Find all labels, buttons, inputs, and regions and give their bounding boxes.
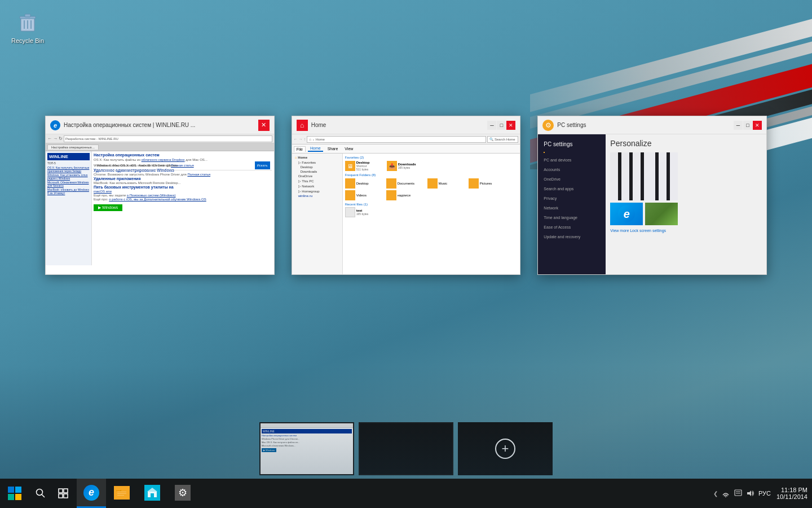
recycle-bin-label: Recycle Bin <box>11 37 44 44</box>
home-maximize-btn[interactable]: □ <box>497 121 506 130</box>
taskbar-explorer-app[interactable] <box>107 479 136 508</box>
pcs-item-ease[interactable]: Ease of Access <box>538 222 606 232</box>
ie-search-btn[interactable]: Искать <box>255 161 270 169</box>
fe-folder-надписи[interactable]: надписи <box>386 190 426 200</box>
action-center-icon[interactable] <box>734 489 743 498</box>
fe-tab-home[interactable]: Home <box>308 146 323 152</box>
svg-marker-19 <box>147 488 157 492</box>
pcs-minimize-btn[interactable]: ─ <box>734 121 743 130</box>
ie-window-close[interactable]: ✕ <box>258 120 270 131</box>
fe-nav-homegroup[interactable]: ▷ Homegroup <box>294 189 341 194</box>
pcs-item-accounts[interactable]: Accounts <box>538 165 606 174</box>
start-button[interactable] <box>0 479 29 508</box>
pcs-item-privacy[interactable]: Privacy <box>538 194 606 203</box>
explorer-taskbar-icon <box>114 486 130 500</box>
home-window-title: Home <box>311 122 484 128</box>
pcsettings-window-thumb[interactable]: ⚙ PC settings ─ □ ✕ PC settings PC and d… <box>537 116 767 275</box>
svg-point-6 <box>37 489 43 496</box>
fe-folder-documents[interactable]: Documents <box>386 178 426 189</box>
volume-tray-icon[interactable] <box>746 489 755 498</box>
pcs-ie-image[interactable]: e <box>610 203 643 225</box>
task-view-button[interactable] <box>52 479 74 508</box>
fe-nav-favorites[interactable]: ▷ Favorites <box>294 160 341 165</box>
language-indicator[interactable]: РУС <box>758 490 771 497</box>
fe-nav-winline[interactable]: winline.ru <box>294 194 341 198</box>
fe-folder-desktop[interactable]: Desktop <box>345 178 385 189</box>
ie-left-sidebar: WINLINE ТОП-5 OS X: Как получить бесплат… <box>46 151 92 265</box>
home-minimize-btn[interactable]: ─ <box>487 121 496 130</box>
fe-folder-music[interactable]: Music <box>427 178 467 189</box>
virtual-desktops-area: WINLINE Настройка операционных систем Wi… <box>259 422 553 475</box>
ie-address-bar[interactable]: Разработка систем - WINLINE.RU <box>64 135 272 142</box>
fe-folder-videos[interactable]: Videos <box>345 190 385 200</box>
taskbar-clock[interactable]: 11:18 PM 10/11/2014 <box>776 487 807 500</box>
fe-tab-share[interactable]: Share <box>325 146 341 151</box>
fe-folder-pictures[interactable]: Pictures <box>469 178 508 189</box>
pcs-close-btn[interactable]: ✕ <box>753 121 762 130</box>
fe-fav-item-2[interactable]: 📥 Downloads165 bytes <box>387 161 426 171</box>
home-close-btn[interactable]: ✕ <box>506 121 515 130</box>
fe-tab-file[interactable]: File <box>294 146 306 152</box>
fe-ribbon-tabs: File Home Share View <box>292 144 520 154</box>
pcs-maximize-btn[interactable]: □ <box>743 121 752 130</box>
pcs-lock-link[interactable]: View more Lock screen settings <box>610 229 762 233</box>
svg-rect-10 <box>59 494 63 498</box>
ie-tabs: Настройка операционных... <box>46 143 274 151</box>
taskbar-settings-app[interactable]: ⚙ <box>168 479 197 508</box>
vd2-content <box>360 423 452 474</box>
pcs-item-search[interactable]: Search and apps <box>538 184 606 194</box>
taskbar-store-app[interactable] <box>138 479 167 508</box>
taskbar: e <box>0 479 812 508</box>
fe-recent-item[interactable]: test165 bytes <box>345 207 518 217</box>
ie-window-thumb[interactable]: e Настройка операционных систем | WINLIN… <box>45 116 275 275</box>
network-tray-icon[interactable] <box>721 489 730 498</box>
virtual-desktop-2[interactable] <box>359 422 453 475</box>
ie-taskbar-icon: e <box>83 485 99 501</box>
pcsettings-window-header: ⚙ PC settings ─ □ ✕ <box>538 116 766 134</box>
fe-tab-view[interactable]: View <box>342 146 355 151</box>
taskbar-ie-app[interactable]: e <box>77 479 106 508</box>
pcs-nature-image[interactable] <box>645 203 678 225</box>
pcs-item-pc-devices[interactable]: PC and devices <box>538 155 606 165</box>
pcs-item-network[interactable]: Network <box>538 203 606 213</box>
pcs-item-onedrive[interactable]: OneDrive <box>538 174 606 184</box>
search-button[interactable] <box>29 479 52 508</box>
add-desktop-icon: + <box>495 439 515 459</box>
pcs-personalize-title: Personalize <box>610 139 762 148</box>
recycle-bin-icon[interactable]: Recycle Bin <box>8 6 47 47</box>
svg-rect-2 <box>25 14 30 17</box>
fe-recent-header: Recent files (1) <box>345 203 518 206</box>
taskbar-time: 11:18 PM <box>781 487 807 493</box>
svg-marker-25 <box>747 491 751 496</box>
virtual-desktop-add[interactable]: + <box>458 422 553 475</box>
virtual-desktop-1[interactable]: WINLINE Настройка операционных систем Wi… <box>259 422 354 475</box>
pcs-item-update[interactable]: Update and recovery <box>538 232 606 242</box>
pcs-item-time[interactable]: Time and language <box>538 213 606 222</box>
fe-nav-onedrive[interactable]: OneDrive <box>294 174 341 178</box>
ie-tab[interactable]: Настройка операционных... <box>47 144 99 150</box>
ie-cta-button[interactable]: ▶ Windows <box>94 204 122 211</box>
fe-search-box[interactable]: 🔍 Search Home <box>487 136 518 143</box>
fe-body: ⌂ Home ▷ Favorites Desktop Downloads One… <box>292 154 520 274</box>
fe-frequent-header: Frequent Folders (8) <box>345 173 518 177</box>
fe-nav-pane: ⌂ Home ▷ Favorites Desktop Downloads One… <box>292 154 343 274</box>
file-explorer: ← → ↑ ⌂›Home 🔍 Search Home <box>292 134 520 274</box>
svg-rect-15 <box>117 492 126 492</box>
fe-nav-home[interactable]: ⌂ Home <box>294 155 341 160</box>
tray-chevron[interactable]: ❮ <box>713 491 718 497</box>
fe-nav-network[interactable]: ▷ Network <box>294 183 341 189</box>
fe-address[interactable]: ⌂›Home <box>307 136 486 143</box>
pcsettings-window-content: PC settings PC and devices Accounts OneD… <box>538 134 766 274</box>
home-window-thumb[interactable]: ⌂ Home ─ □ ✕ ← → ↑ <box>292 116 521 275</box>
svg-rect-17 <box>117 495 124 496</box>
pcs-sidebar: PC settings PC and devices Accounts OneD… <box>538 134 606 274</box>
svg-rect-14 <box>116 488 121 491</box>
svg-rect-11 <box>64 494 68 498</box>
svg-point-21 <box>725 496 726 497</box>
fe-nav-desktop[interactable]: Desktop <box>294 165 341 169</box>
fe-nav-thispc[interactable]: ▷ This PC <box>294 178 341 183</box>
fe-nav-downloads[interactable]: Downloads <box>294 169 341 174</box>
ie-site-menu: WindowsMac OS XiOSAndroidChromeUbuntu Ис… <box>95 160 272 170</box>
fe-fav-item-1[interactable]: 🖥 DesktopShortcut511 bytes <box>345 161 385 171</box>
svg-rect-9 <box>64 489 68 493</box>
